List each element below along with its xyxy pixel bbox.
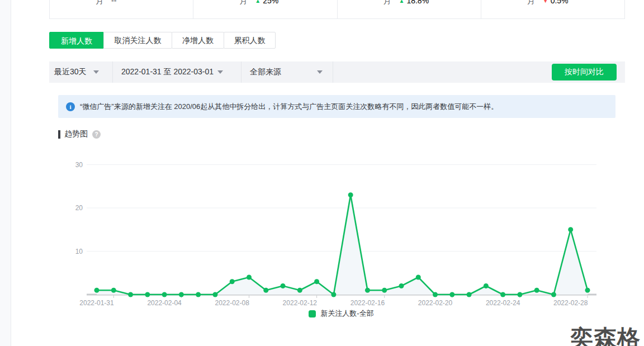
chart-legend: 新关注人数-全部 bbox=[58, 309, 624, 320]
stat-period-label: 月 bbox=[96, 0, 103, 5]
data-point[interactable] bbox=[534, 288, 539, 293]
data-point[interactable] bbox=[230, 279, 235, 284]
y-axis-label: 10 bbox=[75, 248, 83, 255]
data-point[interactable] bbox=[551, 292, 556, 297]
stat-value: -- bbox=[111, 0, 116, 5]
y-axis-label: 20 bbox=[75, 204, 83, 212]
stat-line: 月▼0.5% bbox=[527, 0, 569, 7]
stat-period-label: 月 bbox=[383, 0, 391, 5]
x-axis-label: 2022-02-24 bbox=[486, 299, 520, 307]
stat-column: 月-- bbox=[50, 0, 193, 18]
stat-value: 25% bbox=[263, 0, 278, 5]
data-point[interactable] bbox=[399, 283, 404, 288]
stat-period-label: 月 bbox=[527, 0, 535, 5]
tabs-bar: 新增人数取消关注人数净增人数累积人数 bbox=[49, 32, 276, 49]
info-icon: i bbox=[66, 102, 75, 111]
watermark-logo: 奕森格 bbox=[570, 323, 641, 346]
left-sidebar-strip bbox=[0, 0, 11, 346]
data-point[interactable] bbox=[568, 227, 573, 232]
data-point[interactable] bbox=[145, 292, 150, 297]
data-point[interactable] bbox=[162, 292, 167, 297]
stat-line: 月▲25% bbox=[239, 0, 278, 7]
data-point[interactable] bbox=[263, 288, 268, 293]
dropdown-caret-icon bbox=[93, 70, 99, 74]
time-range-dropdown[interactable]: 最近30天 bbox=[49, 61, 113, 83]
data-point[interactable] bbox=[433, 292, 438, 297]
data-point[interactable] bbox=[449, 292, 454, 297]
legend-marker-icon bbox=[309, 310, 316, 317]
time-range-value: 最近30天 bbox=[54, 67, 87, 77]
title-bar-decoration bbox=[58, 130, 60, 139]
data-point[interactable] bbox=[517, 292, 522, 297]
data-point[interactable] bbox=[585, 288, 590, 293]
data-point[interactable] bbox=[196, 292, 201, 297]
data-point[interactable] bbox=[348, 192, 353, 197]
trend-up-icon: ▲ bbox=[399, 0, 405, 4]
trend-down-icon: ▼ bbox=[543, 0, 548, 4]
dropdown-caret-icon bbox=[317, 70, 323, 74]
notice-banner: i “微信广告”来源的新增关注在 2020/06起从其他中拆分给出，计算方式与广… bbox=[58, 95, 615, 118]
x-axis-label: 2022-02-16 bbox=[351, 299, 385, 307]
stat-column: 月▲25% bbox=[193, 0, 337, 18]
data-point[interactable] bbox=[484, 283, 489, 288]
source-dropdown[interactable]: 全部来源 bbox=[242, 61, 333, 83]
stat-period-label: 月 bbox=[239, 0, 247, 5]
stat-line: 月-- bbox=[96, 0, 116, 6]
stat-column: 月▼0.5% bbox=[481, 0, 624, 18]
data-point[interactable] bbox=[281, 283, 286, 288]
data-point[interactable] bbox=[467, 292, 472, 297]
data-point[interactable] bbox=[111, 288, 116, 293]
filter-bar: 最近30天 2022-01-31 至 2022-03-01 全部来源 按时间对比 bbox=[49, 61, 625, 83]
data-point[interactable] bbox=[297, 288, 302, 293]
tab-new-followers[interactable]: 新增人数 bbox=[49, 32, 104, 49]
data-point[interactable] bbox=[179, 292, 184, 297]
data-point[interactable] bbox=[128, 292, 133, 297]
x-axis-label: 2022-02-04 bbox=[147, 299, 182, 307]
tab-unfollows[interactable]: 取消关注人数 bbox=[103, 32, 172, 49]
section-header: 趋势图 ? bbox=[58, 129, 101, 139]
stat-value: 0.5% bbox=[551, 0, 569, 5]
stats-row: 月--月▲25%月▲18.8%月▼0.5% bbox=[49, 0, 625, 19]
data-point[interactable] bbox=[331, 292, 336, 297]
compare-by-time-button[interactable]: 按时间对比 bbox=[552, 64, 617, 80]
x-axis-label: 2022-02-12 bbox=[283, 299, 318, 307]
data-point[interactable] bbox=[500, 292, 505, 297]
y-axis-label: 30 bbox=[75, 161, 83, 169]
dropdown-caret-icon bbox=[217, 70, 223, 74]
x-axis-label: 2022-02-28 bbox=[553, 299, 588, 307]
x-axis-label: 2022-02-20 bbox=[418, 299, 453, 307]
stat-value: 18.8% bbox=[406, 0, 429, 5]
legend-item: 新关注人数-全部 bbox=[309, 309, 373, 319]
tab-cumulative[interactable]: 累积人数 bbox=[224, 32, 276, 49]
data-point[interactable] bbox=[382, 288, 387, 293]
help-icon[interactable]: ? bbox=[92, 130, 101, 139]
trend-up-icon: ▲ bbox=[255, 0, 261, 4]
source-value: 全部来源 bbox=[250, 67, 281, 77]
x-axis-label: 2022-02-08 bbox=[215, 299, 250, 307]
date-range-dropdown[interactable]: 2022-01-31 至 2022-03-01 bbox=[113, 61, 242, 83]
data-point[interactable] bbox=[94, 288, 100, 293]
tab-net-increase[interactable]: 净增人数 bbox=[172, 32, 224, 49]
data-point[interactable] bbox=[212, 292, 217, 297]
notice-text: “微信广告”来源的新增关注在 2020/06起从其他中拆分给出，计算方式与广告主… bbox=[80, 102, 498, 112]
data-point[interactable] bbox=[314, 279, 319, 284]
stat-line: 月▲18.8% bbox=[383, 0, 429, 7]
data-point[interactable] bbox=[247, 275, 252, 280]
legend-label: 新关注人数-全部 bbox=[320, 309, 373, 319]
data-point[interactable] bbox=[365, 288, 370, 293]
data-point[interactable] bbox=[416, 275, 421, 280]
x-axis-label: 2022-01-31 bbox=[79, 299, 114, 307]
date-range-value: 2022-01-31 至 2022-03-01 bbox=[121, 67, 214, 77]
section-title: 趋势图 bbox=[64, 129, 88, 139]
trend-chart[interactable]: 1020302022-01-312022-02-042022-02-082022… bbox=[58, 149, 624, 310]
stat-column: 月▲18.8% bbox=[338, 0, 481, 18]
